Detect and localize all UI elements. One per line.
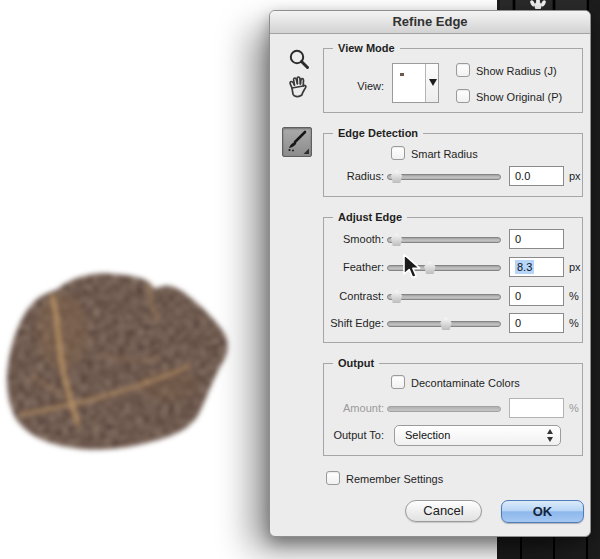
edge-detection-title: Edge Detection bbox=[333, 126, 423, 141]
contrast-value-field[interactable]: 0 bbox=[509, 286, 564, 306]
show-radius-label: Show Radius (J) bbox=[476, 65, 557, 77]
output-to-dropdown[interactable]: Selection bbox=[394, 425, 561, 446]
radius-slider-row: Radius: 0.0 px bbox=[270, 166, 592, 187]
dock-button[interactable] bbox=[500, 0, 512, 10]
amount-slider-track bbox=[387, 406, 501, 412]
smooth-slider-thumb[interactable] bbox=[390, 233, 403, 246]
feather-slider-row: Feather: 8.3 px bbox=[270, 257, 592, 278]
radius-label: Radius: bbox=[280, 166, 384, 187]
amount-unit: % bbox=[569, 398, 579, 419]
amount-slider-row: Amount: % bbox=[270, 398, 592, 419]
view-thumbnail bbox=[400, 73, 404, 76]
shift-edge-value: 0 bbox=[515, 317, 521, 329]
contrast-unit: % bbox=[569, 286, 579, 307]
ok-button[interactable]: OK bbox=[501, 500, 584, 523]
refine-edge-dialog: Refine Edge bbox=[269, 10, 591, 537]
shift-edge-unit: % bbox=[569, 313, 579, 334]
amount-label: Amount: bbox=[280, 398, 384, 419]
smooth-value: 0 bbox=[515, 233, 521, 245]
contrast-value: 0 bbox=[515, 290, 521, 302]
decontaminate-colors-label: Decontaminate Colors bbox=[411, 377, 520, 389]
radius-unit: px bbox=[569, 166, 581, 187]
dock-divider bbox=[553, 0, 555, 10]
contrast-label: Contrast: bbox=[280, 286, 384, 307]
dropdown-stepper-icon bbox=[547, 429, 553, 442]
shift-edge-slider-track[interactable] bbox=[387, 321, 501, 327]
contrast-slider-thumb[interactable] bbox=[390, 290, 403, 303]
cancel-button[interactable]: Cancel bbox=[405, 500, 482, 522]
adjust-edge-title: Adjust Edge bbox=[333, 210, 407, 225]
refine-radius-tool-button[interactable] bbox=[282, 127, 312, 157]
dock-divider bbox=[553, 537, 555, 559]
dock-divider bbox=[520, 537, 522, 559]
show-original-checkbox[interactable] bbox=[456, 89, 470, 103]
smart-radius-label: Smart Radius bbox=[411, 148, 478, 160]
output-to-label: Output To: bbox=[280, 425, 384, 446]
remember-settings-checkbox[interactable] bbox=[326, 471, 340, 485]
chevron-down-icon bbox=[429, 79, 437, 86]
zoom-tool-icon[interactable] bbox=[287, 48, 311, 72]
feather-unit: px bbox=[569, 257, 581, 278]
shift-edge-label: Shift Edge: bbox=[280, 313, 384, 334]
amount-value-field bbox=[509, 398, 564, 418]
contrast-slider-row: Contrast: 0 % bbox=[270, 286, 592, 307]
mouse-cursor bbox=[399, 252, 425, 282]
shift-edge-slider-thumb[interactable] bbox=[440, 317, 453, 330]
brush-icon bbox=[283, 128, 311, 156]
feather-value-selected: 8.3 bbox=[515, 260, 534, 274]
shift-edge-slider-row: Shift Edge: 0 % bbox=[270, 313, 592, 334]
dock-button[interactable] bbox=[556, 0, 586, 10]
contrast-slider-track[interactable] bbox=[387, 294, 501, 300]
dialog-titlebar[interactable]: Refine Edge bbox=[270, 11, 590, 34]
output-to-value: Selection bbox=[405, 429, 450, 441]
feather-label: Feather: bbox=[280, 257, 384, 278]
smooth-value-field[interactable]: 0 bbox=[509, 229, 564, 249]
smooth-label: Smooth: bbox=[280, 229, 384, 250]
smooth-slider-row: Smooth: 0 bbox=[270, 229, 592, 250]
dock-divider bbox=[513, 0, 515, 10]
shift-edge-value-field[interactable]: 0 bbox=[509, 313, 564, 333]
smart-radius-checkbox[interactable] bbox=[391, 146, 405, 160]
rock-image bbox=[0, 265, 248, 470]
view-label: View: bbox=[280, 80, 384, 92]
feather-slider-thumb[interactable] bbox=[423, 261, 436, 274]
output-title: Output bbox=[333, 356, 379, 371]
edge-detection-group: Edge Detection bbox=[323, 133, 583, 197]
radius-slider-thumb[interactable] bbox=[390, 170, 403, 183]
smooth-slider-track[interactable] bbox=[387, 237, 501, 243]
view-mode-title: View Mode bbox=[333, 41, 400, 56]
show-original-label: Show Original (P) bbox=[476, 91, 562, 103]
remember-settings-label: Remember Settings bbox=[346, 473, 443, 485]
output-to-row: Output To: Selection bbox=[270, 425, 592, 446]
dock-divider bbox=[586, 537, 588, 559]
feather-value-field[interactable]: 8.3 bbox=[509, 257, 564, 277]
view-dropdown-arrow-strip[interactable] bbox=[425, 64, 438, 102]
decontaminate-colors-checkbox[interactable] bbox=[391, 375, 405, 389]
view-dropdown[interactable] bbox=[392, 63, 439, 103]
hand-panel-icon[interactable] bbox=[528, 0, 548, 9]
radius-slider-track[interactable] bbox=[387, 174, 501, 180]
radius-value-field[interactable]: 0.0 bbox=[509, 166, 564, 186]
dialog-title: Refine Edge bbox=[270, 11, 590, 33]
show-radius-checkbox[interactable] bbox=[456, 63, 470, 77]
dock-divider bbox=[587, 0, 589, 10]
radius-value: 0.0 bbox=[515, 170, 530, 182]
screenshot-root: Refine Edge bbox=[0, 0, 600, 559]
